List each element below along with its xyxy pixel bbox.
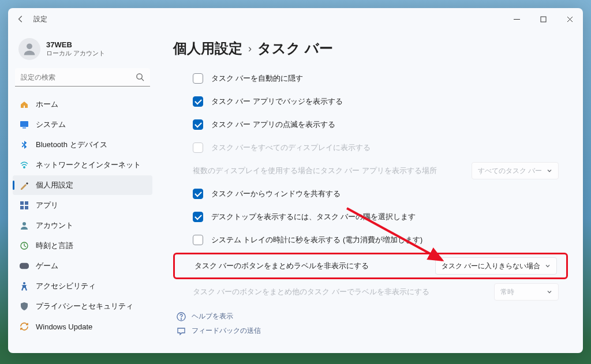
home-icon: [20, 100, 29, 109]
svg-rect-4: [23, 127, 26, 129]
checkbox[interactable]: [193, 189, 203, 199]
svg-point-13: [181, 318, 181, 319]
sidebar-item-label: システム: [36, 119, 66, 130]
back-icon[interactable]: [16, 14, 25, 24]
chevron-down-icon: [547, 289, 552, 295]
maximize-button[interactable]: [530, 10, 556, 28]
access-icon: [20, 282, 29, 291]
avatar: [18, 38, 40, 60]
footer-links: ヘルプを表示 フィードバックの送信: [173, 312, 568, 336]
close-button[interactable]: [556, 10, 583, 28]
sidebar-item-apps[interactable]: アプリ: [13, 196, 152, 215]
checkbox[interactable]: [193, 235, 203, 245]
sidebar-item-update[interactable]: Windows Update: [13, 317, 152, 336]
chevron-down-icon: [547, 168, 552, 174]
sidebar-item-bluetooth[interactable]: Bluetooth とデバイス: [13, 135, 152, 155]
settings-window: 設定 37WEB ローカル アカウント: [8, 8, 583, 353]
setting-combine2: タスク バーのボタンをまとめ他のタスク バーでラベルを非表示にする常時: [173, 280, 568, 303]
profile-sub: ローカル アカウント: [46, 49, 105, 58]
network-icon: [20, 160, 29, 170]
svg-point-5: [24, 167, 25, 168]
sidebar-item-label: アカウント: [36, 220, 73, 231]
sidebar-item-label: Windows Update: [36, 322, 92, 331]
combo-multidisp: すべてのタスク バー: [472, 162, 559, 179]
checkbox[interactable]: [193, 212, 203, 222]
nav-list: ホームシステムBluetooth とデバイスネットワークとインターネット個人用設…: [13, 95, 152, 336]
svg-rect-0: [541, 17, 546, 22]
sidebar-item-time[interactable]: 時刻と言語: [13, 236, 152, 256]
setting-multidisp: 複数のディスプレイを使用する場合にタスク バー アプリを表示する場所すべてのタス…: [173, 159, 568, 182]
settings-list: タスク バーを自動的に隠すタスク バー アプリでバッジを表示するタスク バー ア…: [173, 67, 568, 303]
setting-alldisp: タスク バーをすべてのディスプレイに表示する: [173, 136, 568, 159]
sidebar-item-system[interactable]: システム: [13, 115, 152, 134]
sidebar-item-game[interactable]: ゲーム: [13, 256, 152, 276]
setting-autohide[interactable]: タスク バーを自動的に隠す: [173, 67, 568, 90]
sidebar-item-label: Bluetooth とデバイス: [36, 140, 107, 150]
svg-rect-6: [20, 201, 24, 205]
setting-label: タスク バー アプリの点滅を表示する: [211, 120, 559, 130]
window-title: 設定: [33, 14, 47, 24]
sidebar-item-label: ホーム: [36, 99, 58, 110]
game-icon: [20, 261, 29, 271]
sidebar-item-label: ゲーム: [36, 261, 58, 271]
sidebar-item-privacy[interactable]: プライバシーとセキュリティ: [13, 297, 152, 316]
checkbox[interactable]: [193, 73, 203, 84]
bluetooth-icon: [20, 140, 29, 149]
checkbox[interactable]: [193, 96, 203, 107]
sidebar-item-label: 個人用設定: [36, 180, 73, 190]
sidebar-item-home[interactable]: ホーム: [13, 95, 152, 114]
sidebar-item-network[interactable]: ネットワークとインターネット: [13, 155, 152, 175]
combo-value: すべてのタスク バー: [478, 166, 542, 176]
svg-rect-7: [25, 201, 28, 205]
feedback-icon: [177, 327, 186, 336]
search-icon[interactable]: [136, 73, 144, 84]
svg-point-2: [137, 74, 142, 79]
sidebar-item-label: 時刻と言語: [36, 241, 73, 251]
setting-label: システム トレイの時計に秒を表示する (電力消費が増加します): [211, 235, 559, 245]
sidebar-item-label: アプリ: [36, 200, 58, 211]
svg-rect-9: [25, 206, 28, 209]
setting-showdesk[interactable]: デスクトップを表示するには、タスク バーの隅を選択します: [173, 205, 568, 228]
breadcrumb-current: タスク バー: [257, 39, 333, 58]
profile-block[interactable]: 37WEB ローカル アカウント: [13, 35, 152, 68]
combo-combine[interactable]: タスク バーに入りきらない場合: [435, 257, 557, 275]
breadcrumb: 個人用設定 › タスク バー: [173, 39, 568, 58]
help-icon: [177, 312, 186, 321]
feedback-label: フィードバックの送信: [192, 326, 261, 336]
help-label: ヘルプを表示: [192, 312, 233, 321]
setting-sharewin[interactable]: タスク バーからウィンドウを共有する: [173, 182, 568, 205]
sidebar-item-label: アクセシビリティ: [36, 281, 96, 291]
setting-label: タスク バーを自動的に隠す: [211, 74, 559, 84]
setting-label: タスク バー アプリでバッジを表示する: [211, 97, 559, 107]
breadcrumb-parent[interactable]: 個人用設定: [173, 39, 242, 58]
sidebar-item-personalize[interactable]: 個人用設定: [13, 175, 152, 195]
combo-value: タスク バーに入りきらない場合: [442, 261, 540, 271]
setting-label: デスクトップを表示するには、タスク バーの隅を選択します: [211, 212, 559, 222]
checkbox[interactable]: [193, 119, 203, 130]
checkbox: [193, 142, 203, 153]
search-input[interactable]: [15, 68, 150, 87]
setting-seconds[interactable]: システム トレイの時計に秒を表示する (電力消費が増加します): [173, 228, 568, 252]
account-icon: [20, 221, 29, 230]
main-content: 個人用設定 › タスク バー タスク バーを自動的に隠すタスク バー アプリでバ…: [157, 30, 583, 353]
svg-rect-3: [20, 121, 28, 127]
sidebar-item-account[interactable]: アカウント: [13, 216, 152, 235]
system-icon: [20, 120, 29, 129]
setting-flash[interactable]: タスク バー アプリの点滅を表示する: [173, 113, 568, 136]
update-icon: [20, 322, 29, 331]
svg-point-1: [27, 43, 32, 49]
time-icon: [20, 241, 29, 250]
setting-badges[interactable]: タスク バー アプリでバッジを表示する: [173, 90, 568, 113]
feedback-link[interactable]: フィードバックの送信: [177, 326, 568, 336]
profile-name: 37WEB: [46, 40, 105, 49]
apps-icon: [20, 201, 29, 210]
setting-label: タスク バーをすべてのディスプレイに表示する: [211, 143, 559, 153]
setting-combine: タスク バーのボタンをまとめラベルを非表示にするタスク バーに入りきらない場合: [175, 254, 566, 277]
chevron-down-icon: [545, 263, 551, 269]
minimize-button[interactable]: [503, 10, 530, 28]
help-link[interactable]: ヘルプを表示: [177, 312, 568, 321]
highlighted-setting: タスク バーのボタンをまとめラベルを非表示にするタスク バーに入りきらない場合: [173, 253, 568, 279]
sidebar-item-access[interactable]: アクセシビリティ: [13, 276, 152, 296]
svg-rect-8: [20, 206, 24, 209]
sidebar-item-label: プライバシーとセキュリティ: [36, 301, 133, 312]
